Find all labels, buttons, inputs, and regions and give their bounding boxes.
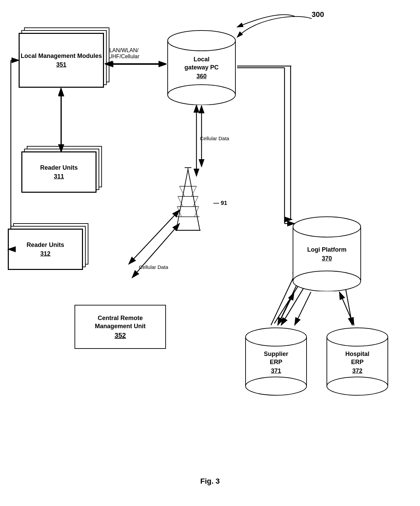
crmu-label-correct: Central RemoteManagement Unit bbox=[95, 314, 146, 330]
hospital-erp-cylinder: HospitalERP 372 bbox=[325, 325, 390, 396]
diagram: Local Management Modules 351 Reader Unit… bbox=[0, 0, 420, 506]
svg-point-46 bbox=[293, 217, 361, 237]
hospital-erp-id: 372 bbox=[352, 367, 362, 375]
svg-point-49 bbox=[246, 328, 307, 346]
fig-caption: Fig. 3 bbox=[0, 477, 420, 486]
logi-platform-content: Logi Platform 370 bbox=[307, 246, 346, 262]
svg-line-30 bbox=[176, 169, 188, 230]
crmu-box-correct: Central RemoteManagement Unit 352 bbox=[75, 305, 166, 349]
cellular-data-top-label: Cellular Data bbox=[200, 135, 229, 141]
svg-point-50 bbox=[246, 377, 307, 395]
svg-line-67 bbox=[339, 292, 354, 325]
svg-point-53 bbox=[327, 377, 388, 395]
lgpc-label: Localgateway PC bbox=[184, 56, 218, 71]
svg-point-28 bbox=[168, 30, 235, 51]
ru312-box: Reader Units 312 bbox=[8, 229, 83, 270]
supplier-erp-content: SupplierERP 371 bbox=[264, 350, 288, 375]
supplier-erp-label: SupplierERP bbox=[264, 350, 288, 366]
svg-line-66 bbox=[278, 293, 294, 325]
ref-300: 300 bbox=[312, 10, 324, 19]
hospital-erp-label: HospitalERP bbox=[345, 350, 369, 366]
supplier-erp-id: 371 bbox=[271, 367, 281, 375]
lmm-box: Local Management Modules 351 bbox=[19, 33, 104, 87]
logi-platform-cylinder: Logi Platform 370 bbox=[291, 213, 362, 291]
lgpc-id: 360 bbox=[196, 73, 207, 80]
supplier-erp-cylinder: SupplierERP 371 bbox=[244, 325, 308, 396]
crmu-id-correct: 352 bbox=[114, 332, 126, 339]
ru311-box: Reader Units 311 bbox=[22, 152, 96, 192]
lgpc-cylinder: Localgateway PC 360 bbox=[166, 27, 237, 105]
lmm-id: 351 bbox=[56, 61, 66, 68]
cellular-tower bbox=[166, 166, 210, 234]
ru311-label: Reader Units bbox=[40, 164, 78, 172]
logi-platform-label: Logi Platform bbox=[307, 246, 346, 254]
svg-point-47 bbox=[293, 271, 361, 291]
lgpc-content: Localgateway PC 360 bbox=[184, 56, 218, 80]
svg-point-29 bbox=[168, 85, 235, 105]
lmm-label: Local Management Modules bbox=[21, 52, 102, 60]
logi-platform-id: 370 bbox=[322, 255, 332, 262]
cellular-data-bottom-label: Cellular Data bbox=[139, 264, 168, 270]
ru312-label: Reader Units bbox=[26, 241, 64, 249]
svg-line-31 bbox=[188, 169, 200, 230]
svg-point-52 bbox=[327, 328, 388, 346]
lan-wlan-label: LAN/WLAN/UHF/Cellular bbox=[108, 47, 140, 60]
svg-line-65 bbox=[295, 292, 311, 325]
tower-ref-label: — 91 bbox=[213, 200, 227, 207]
ru312-id: 312 bbox=[40, 250, 50, 257]
hospital-erp-content: HospitalERP 372 bbox=[345, 350, 369, 375]
ru311-id: 311 bbox=[54, 173, 64, 180]
